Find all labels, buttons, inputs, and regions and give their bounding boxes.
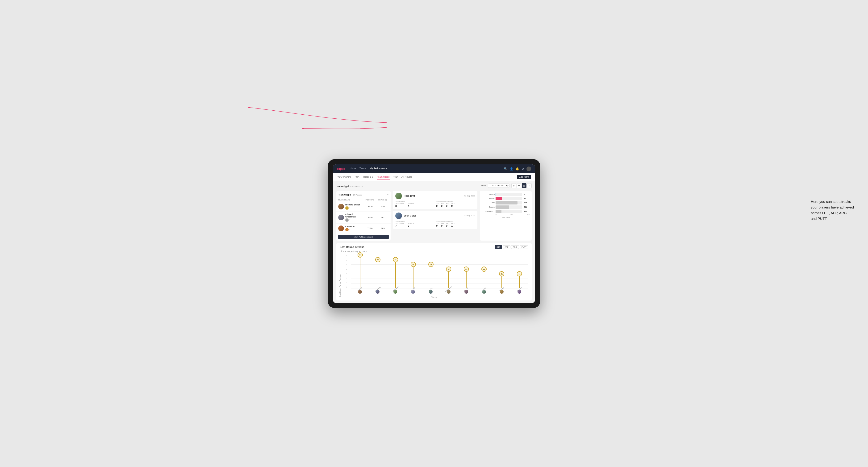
subnav-pgat[interactable]: PGAT Players bbox=[337, 175, 351, 180]
streaks-header: Best Round Streaks OTT APP ARG PUTT bbox=[340, 245, 528, 249]
player-col-billingham: 6x bbox=[386, 255, 404, 288]
leaderboard-panel: Team Clippd | 14 Players ✏ PLAYER NAME P… bbox=[336, 191, 391, 241]
bar-eagles: Eagles 3 bbox=[482, 193, 530, 196]
settings-icon[interactable]: ⚙ bbox=[522, 167, 524, 170]
nav-home[interactable]: Home bbox=[350, 166, 356, 171]
nav-actions: 🔍 👤 🔔 ⚙ bbox=[504, 166, 531, 171]
edit-icon[interactable]: ✏ bbox=[362, 185, 364, 187]
tab-putt[interactable]: PUTT bbox=[520, 245, 528, 249]
bar-val-bogeys: 311 bbox=[524, 206, 530, 208]
player-col-coles: 5x bbox=[404, 255, 422, 288]
bar-pars: Pars 499 bbox=[482, 201, 530, 205]
pb-avg-1: 110 bbox=[377, 206, 389, 208]
streak-label-britt: 5x bbox=[428, 262, 434, 267]
bar-label-birdies: Birdies bbox=[482, 197, 495, 199]
team-clippd-label: Team Clippd bbox=[336, 185, 349, 187]
sub-nav: PGAT Players PGA Hcaps 1-5 Team Clippd T… bbox=[333, 173, 535, 181]
player-avatar-3 bbox=[338, 225, 344, 231]
bar-fill-dbogeys bbox=[496, 210, 501, 213]
player-name-1: Richard Butler bbox=[345, 204, 360, 206]
player-col-crossman: 4x bbox=[440, 255, 457, 288]
bell-icon[interactable]: 🔔 bbox=[516, 167, 519, 170]
col-player-name: PLAYER NAME bbox=[338, 199, 363, 201]
y-ticks: 7 6 5 4 3 2 1 0 bbox=[346, 255, 350, 288]
card-view-btn[interactable]: ▦ bbox=[522, 183, 526, 188]
bar-bogeys: Bogeys 311 bbox=[482, 206, 530, 209]
tournament-rounds-rees: 8 bbox=[395, 205, 404, 207]
streaks-title: Best Round Streaks bbox=[340, 246, 365, 248]
streak-label-ford: 4x bbox=[464, 267, 469, 272]
grid-view-btn[interactable]: ⊞ bbox=[512, 183, 516, 188]
total-rounds-label-rees: Total Rounds bbox=[395, 201, 434, 203]
rank-badge-1: ♥ bbox=[345, 206, 349, 210]
streak-label-butler: 3x bbox=[499, 271, 504, 276]
subnav-tour[interactable]: Tour bbox=[394, 175, 398, 180]
leaderboard-title-group: Team Clippd | 14 Players bbox=[338, 192, 362, 196]
rank-badge-2: ♦ bbox=[345, 218, 349, 222]
bar-track-birdies bbox=[496, 197, 522, 200]
card-date-rees: 02 Sep 2023 bbox=[464, 195, 475, 197]
show-row: Show Last 3 months ⊞ ☰ ▦ ↓ bbox=[481, 183, 532, 188]
x-player-crossman: E. Crossman bbox=[440, 288, 457, 295]
subnav-pga[interactable]: PGA bbox=[354, 175, 359, 180]
nav-bar: clippd Home Teams My Performance 🔍 👤 🔔 ⚙ bbox=[333, 164, 535, 173]
tab-ott[interactable]: OTT bbox=[495, 245, 502, 249]
bar-track-bogeys bbox=[496, 206, 522, 209]
tab-arg[interactable]: ARG bbox=[511, 245, 519, 249]
player-col-quick: 3x bbox=[511, 255, 528, 288]
streak-label-quick: 3x bbox=[517, 271, 522, 276]
period-select[interactable]: Last 3 months bbox=[488, 184, 509, 188]
nav-my-performance[interactable]: My Performance bbox=[370, 166, 387, 171]
tournament-rounds-josh: 7 bbox=[395, 224, 404, 227]
table-view-btn[interactable]: ↓ bbox=[527, 183, 532, 188]
players-x-label: Players bbox=[340, 296, 528, 298]
pa-group-rees: Total Practice Activities OTT0 APP0 ARG0… bbox=[436, 201, 475, 207]
card-stats-josh: Total Rounds Tournament 7 Practice 2 bbox=[395, 220, 475, 227]
player-avatar-2 bbox=[338, 215, 344, 220]
player-row-1[interactable]: Richard Butler ♥ 1 19/20 110 bbox=[336, 202, 391, 212]
card-stats-rees: Total Rounds Tournament 8 Practice 4 bbox=[395, 201, 475, 207]
user-icon[interactable]: 👤 bbox=[510, 167, 513, 170]
pa-group-josh: Total Practice Activities OTT0 APP0 ARG0… bbox=[436, 220, 475, 227]
nav-links: Home Teams My Performance bbox=[350, 166, 504, 171]
nav-teams[interactable]: Teams bbox=[360, 166, 366, 171]
x-player-ford: D. Ford bbox=[457, 288, 475, 295]
leaderboard-edit-icon[interactable]: ✏ bbox=[387, 193, 389, 195]
view-leaderboard-button[interactable]: View Full Leaderboard bbox=[338, 235, 389, 239]
player-col-britt: 5x bbox=[422, 255, 440, 288]
content-grid: Team Clippd | 14 Players ✏ PLAYER NAME P… bbox=[336, 191, 532, 241]
bar-label-dbogeys: D. Bogeys + bbox=[482, 210, 495, 212]
list-view-btn[interactable]: ☰ bbox=[517, 183, 521, 188]
player-row-2[interactable]: Edward Crossman ♦ 2 18/20 107 bbox=[336, 212, 391, 224]
add-team-button[interactable]: Add Team bbox=[517, 175, 531, 179]
tab-app[interactable]: APP bbox=[503, 245, 510, 249]
player-card-josh: Josh Coles 26 Aug 2023 Total Rounds Tour… bbox=[393, 211, 477, 229]
streak-label-billingham: 6x bbox=[393, 257, 398, 262]
player-col-butler: 3x bbox=[493, 255, 511, 288]
leaderboard-col-headers: PLAYER NAME PB SCORE PB AVG SQ bbox=[336, 198, 391, 202]
card-name-rees: Rees Britt bbox=[404, 195, 415, 197]
streaks-chart-area: Best Streak, Fairway Accuracy 7 6 5 4 3 … bbox=[342, 255, 528, 295]
rank-badge-3: ● bbox=[345, 228, 349, 231]
bar-label-pars: Pars bbox=[482, 201, 495, 204]
card-date-josh: 26 Aug 2023 bbox=[464, 215, 475, 217]
rounds-group-josh: Total Rounds Tournament 7 Practice 2 bbox=[395, 220, 434, 227]
player-info-1: Richard Butler ♥ 1 bbox=[338, 204, 363, 210]
pb-avg-3: 103 bbox=[377, 227, 389, 229]
bar-birdies: Birdies 96 bbox=[482, 197, 530, 200]
subnav-hcaps[interactable]: Hcaps 1-5 bbox=[363, 175, 373, 180]
x-player-ebert: E. Ebert bbox=[351, 288, 369, 295]
x-player-mcharg: B. McHarg bbox=[369, 288, 386, 295]
avatar[interactable] bbox=[526, 166, 531, 171]
bar-label-bogeys: Bogeys bbox=[482, 206, 495, 208]
leaderboard-header: Team Clippd | 14 Players ✏ bbox=[336, 191, 391, 198]
search-icon[interactable]: 🔍 bbox=[504, 167, 507, 170]
x-label-400: 400 bbox=[527, 214, 530, 216]
subnav-team-clippd[interactable]: Team Clippd bbox=[377, 175, 390, 180]
x-player-butler: R. Butler bbox=[493, 288, 511, 295]
bar-label-eagles: Eagles bbox=[482, 193, 495, 195]
bar-val-eagles: 3 bbox=[524, 193, 530, 195]
player-columns: 7x 6x 6x bbox=[351, 255, 528, 288]
player-row-3[interactable]: Cameron... ● 3 17/20 103 bbox=[336, 224, 391, 233]
subnav-all-players[interactable]: All Players bbox=[401, 175, 412, 180]
